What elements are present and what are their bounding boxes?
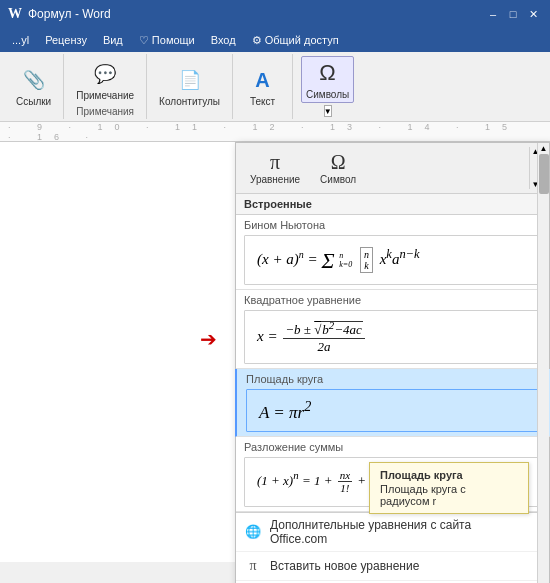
ribbon-group-text-items: A Текст — [244, 56, 280, 117]
ribbon-btn-note-label: Примечание — [76, 90, 134, 101]
ribbon-group-notes: 💬 Примечание Примечания — [64, 54, 147, 119]
binom-equation-box[interactable]: (x + a)n = Σ nk=0 nk xkan−k — [244, 235, 541, 285]
ribbon-btn-links-label: Ссылки — [16, 96, 51, 107]
ribbon-btn-header[interactable]: 📄 Колонтитулы — [155, 64, 224, 109]
close-button[interactable]: ✕ — [524, 5, 542, 23]
ribbon-btn-text[interactable]: A Текст — [244, 64, 280, 109]
binom-label: Бином Ньютона — [244, 219, 541, 231]
ruler: · 9 · 10 · 11 · 12 · 13 · 14 · 15 · 16 · — [0, 122, 550, 142]
chevron-down-icon: ▼ — [324, 107, 332, 116]
tooltip-title: Площадь круга — [380, 469, 518, 481]
equation-section-circle[interactable]: Площадь круга A = πr2 — [235, 369, 550, 437]
quadratic-equation-box[interactable]: x = −b ± √b2−4ac 2a — [244, 310, 541, 364]
ribbon-group-symbols: Ω Символы ▼ — [293, 54, 362, 119]
ribbon-btn-symbols[interactable]: Ω Символы — [301, 56, 354, 103]
omega-icon: Ω — [314, 59, 342, 87]
pi-icon: π — [270, 151, 280, 174]
ribbon-tabs: ...yl Рецензу Вид ♡ Помощи Вход ⚙ Общий … — [0, 28, 550, 52]
symbols-dropdown-arrow[interactable]: ▼ — [324, 105, 332, 117]
ribbon-group-links-items: 📎 Ссылки — [12, 56, 55, 117]
tooltip-box: Площадь круга Площадь круга с радиусом r — [369, 462, 529, 514]
ribbon-btn-note[interactable]: 💬 Примечание — [72, 58, 138, 103]
ribbon-btn-links[interactable]: 📎 Ссылки — [12, 64, 55, 109]
ribbon-group-header: 📄 Колонтитулы — [147, 54, 233, 119]
dropdown-header: Встроенные — [236, 194, 549, 215]
ruler-marks: · 9 · 10 · 11 · 12 · 13 · 14 · 15 · 16 · — [8, 122, 542, 142]
tab-share[interactable]: ⚙ Общий доступ — [244, 28, 347, 52]
menu-item-insert-label: Вставить новое уравнение — [270, 559, 419, 573]
ribbon-group-symbols-items: Ω Символы — [301, 56, 354, 103]
menu-item-insert-equation[interactable]: π Вставить новое уравнение — [236, 552, 549, 581]
ribbon-group-links: 📎 Ссылки — [4, 54, 64, 119]
equation-ribbon-omega-label: Символ — [320, 174, 356, 185]
ribbon-group-text: A Текст — [233, 54, 293, 119]
tab-yl[interactable]: ...yl — [4, 28, 37, 52]
title-bar: W Формул - Word – □ ✕ — [0, 0, 550, 28]
title-bar-title: Формул - Word — [28, 7, 111, 21]
circle-equation-box[interactable]: A = πr2 — [246, 389, 541, 432]
minimize-button[interactable]: – — [484, 5, 502, 23]
ribbon-btn-symbols-label: Символы — [306, 89, 349, 100]
scrollbar-up-btn[interactable]: ▲ — [538, 143, 549, 153]
tab-help[interactable]: ♡ Помощи — [131, 28, 203, 52]
dropdown-header-label: Встроенные — [244, 198, 312, 210]
app-icon: W — [8, 6, 22, 22]
header-icon: 📄 — [176, 66, 204, 94]
binom-equation: (x + a)n = Σ nk=0 nk xkan−k — [257, 247, 420, 274]
title-bar-left: W Формул - Word — [8, 6, 111, 22]
links-icon: 📎 — [20, 66, 48, 94]
equation-section-binom[interactable]: Бином Ньютона (x + a)n = Σ nk=0 nk xkan−… — [236, 215, 549, 290]
menu-item-more-label: Дополнительные уравнения с сайта Office.… — [270, 518, 529, 546]
ribbon-group-notes-items: 💬 Примечание — [72, 56, 138, 104]
equation-ribbon-row: π Уравнение Ω Символ ▲ ▼ — [236, 143, 549, 194]
dropdown-scrollbar[interactable]: ▲ — [537, 143, 549, 583]
globe-icon: 🌐 — [244, 523, 262, 541]
ribbon-group-notes-label: Примечания — [76, 106, 134, 117]
quadratic-equation: x = −b ± √b2−4ac 2a — [257, 319, 367, 355]
equation-ribbon-btn-omega[interactable]: Ω Символ — [314, 149, 362, 187]
equation-omega-icon: Ω — [331, 151, 346, 174]
content-area: ➔ π Уравнение Ω Символ ▲ ▼ Встроенные — [0, 142, 550, 562]
note-icon: 💬 — [91, 60, 119, 88]
text-icon: A — [248, 66, 276, 94]
circle-equation: A = πr2 — [259, 398, 311, 423]
equation-ribbon-pi-label: Уравнение — [250, 174, 300, 185]
circle-label: Площадь круга — [246, 373, 541, 385]
tab-recenz[interactable]: Рецензу — [37, 28, 95, 52]
ribbon-group-header-items: 📄 Колонтитулы — [155, 56, 224, 117]
ribbon-btn-text-label: Текст — [250, 96, 275, 107]
scrollbar-thumb[interactable] — [539, 154, 549, 194]
equation-ribbon-btn-pi[interactable]: π Уравнение — [244, 149, 306, 187]
menu-item-more-equations[interactable]: 🌐 Дополнительные уравнения с сайта Offic… — [236, 513, 549, 552]
equation-section-quadratic[interactable]: Квадратное уравнение x = −b ± √b2−4ac 2a — [236, 290, 549, 369]
arrow-indicator: ➔ — [200, 327, 217, 351]
tooltip-description: Площадь круга с радиусом r — [380, 483, 518, 507]
pi-menu-icon: π — [244, 557, 262, 575]
ribbon: 📎 Ссылки 💬 Примечание Примечания 📄 Колон… — [0, 52, 550, 122]
quadratic-label: Квадратное уравнение — [244, 294, 541, 306]
series-label: Разложение суммы — [244, 441, 541, 453]
ribbon-btn-header-label: Колонтитулы — [159, 96, 220, 107]
tab-view[interactable]: Вид — [95, 28, 131, 52]
tab-login[interactable]: Вход — [203, 28, 244, 52]
equation-dropdown-panel: π Уравнение Ω Символ ▲ ▼ Встроенные Бино… — [235, 142, 550, 583]
title-bar-controls: – □ ✕ — [484, 5, 542, 23]
maximize-button[interactable]: □ — [504, 5, 522, 23]
